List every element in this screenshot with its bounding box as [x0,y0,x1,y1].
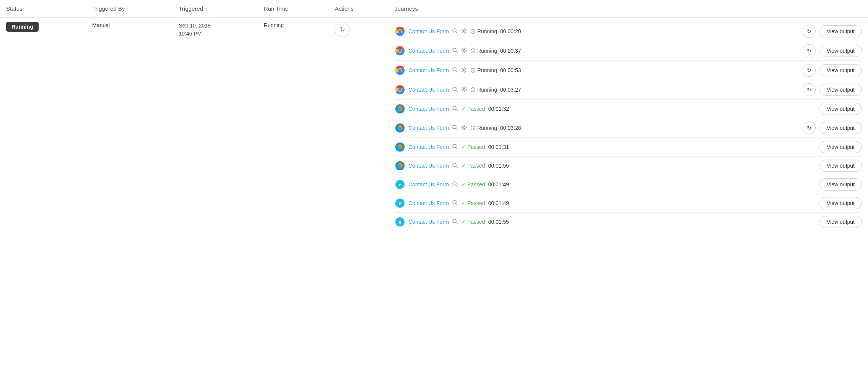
table-body: Running Manual Sep 10, 2018 10:46 PM Run… [0,18,868,235]
journey-row: e Contact Us Form✓ Passed00:01:49View ou… [395,175,862,194]
table-header: Status Triggered By Triggered ↑ Run Time… [0,0,868,18]
journey-name-link[interactable]: Contact Us Form [408,125,449,131]
col-header-journeys: Journeys [388,0,868,18]
journey-duration: 00:01:32 [488,106,515,112]
view-output-button[interactable]: View output [819,141,862,153]
svg-line-53 [456,185,457,186]
svg-text:e: e [399,182,401,188]
chrome-browser-icon [395,26,405,37]
journey-actions: ↻View output [803,121,862,134]
journey-actions: View output [819,160,862,172]
search-icon[interactable] [452,162,458,170]
journey-refresh-button[interactable]: ↻ [803,83,816,96]
journey-duration: 00:01:55 [488,163,515,169]
search-icon[interactable] [452,181,458,188]
gear-icon[interactable] [461,28,467,35]
journey-duration: 00:01:49 [488,200,515,206]
svg-point-19 [398,69,401,72]
search-icon[interactable] [452,144,458,151]
journey-status: ✓ Passed [461,219,485,225]
gear-icon[interactable] [461,86,467,94]
svg-line-45 [456,147,457,149]
journey-status: ✓ Passed [461,144,485,150]
journey-duration: 00:01:49 [488,181,515,188]
firefox-browser-icon [395,160,405,171]
journey-name-link[interactable]: Contact Us Form [408,163,449,169]
journey-actions: ↻View output [803,25,862,38]
journey-refresh-button[interactable]: ↻ [803,44,816,57]
chrome-browser-icon [395,65,405,76]
triggered-date-cell: Sep 10, 2018 10:46 PM [173,18,258,235]
view-output-button[interactable]: View output [819,197,862,209]
journey-name-link[interactable]: Contact Us Form [408,67,449,73]
journey-row: Contact Us Form✓ Passed00:01:31View outp… [395,138,862,157]
journey-duration: 00:00:20 [500,28,527,34]
journey-name-link[interactable]: Contact Us Form [408,200,449,206]
view-output-button[interactable]: View output [819,216,862,228]
col-header-triggered: Triggered ↑ [173,0,258,18]
search-icon[interactable] [452,67,458,74]
search-icon[interactable] [452,124,458,132]
journey-name-link[interactable]: Contact Us Form [408,48,449,54]
gear-icon[interactable] [461,67,467,74]
journey-name-link[interactable]: Contact Us Form [408,144,449,150]
view-output-button[interactable]: View output [819,122,862,134]
journey-name-link[interactable]: Contact Us Form [408,219,449,225]
view-output-button[interactable]: View output [819,84,862,96]
gear-icon[interactable] [461,47,467,55]
journey-row: Contact Us Form✓ Passed00:01:32View outp… [395,100,862,118]
view-output-button[interactable]: View output [819,45,862,57]
search-icon[interactable] [452,218,458,226]
search-icon[interactable] [452,86,458,94]
search-icon[interactable] [452,200,458,207]
journey-row: Contact Us Form✓ Passed00:01:55View outp… [395,157,862,175]
journey-status: ✓ Passed [461,106,485,112]
ie-browser-icon: e [395,179,405,190]
journey-duration: 00:00:37 [500,48,527,54]
svg-point-11 [398,49,401,52]
svg-point-14 [463,49,465,51]
view-output-button[interactable]: View output [819,178,862,191]
journey-refresh-button[interactable]: ↻ [803,121,816,134]
search-icon[interactable] [452,105,458,113]
view-output-button[interactable]: View output [819,103,862,115]
journey-actions: View output [819,197,862,209]
journey-status: ✓ Passed [461,200,485,206]
journey-refresh-button[interactable]: ↻ [803,64,816,77]
status-cell: Running [0,18,86,235]
gear-icon[interactable] [461,124,467,132]
journey-name-link[interactable]: Contact Us Form [408,87,449,93]
col-header-actions: Actions [328,0,388,18]
runs-table: Status Triggered By Triggered ↑ Run Time… [0,0,868,235]
journey-actions: View output [819,141,862,153]
journey-row: Contact Us Form Running00:00:20↻View out… [395,22,862,41]
view-output-button[interactable]: View output [819,160,862,172]
svg-line-5 [456,32,457,33]
journey-status: ✓ Passed [461,163,485,169]
journey-refresh-button[interactable]: ↻ [803,25,816,38]
journey-name-link[interactable]: Contact Us Form [408,181,449,188]
search-icon[interactable] [452,28,458,35]
view-output-button[interactable]: View output [819,25,862,37]
ie-browser-icon: e [395,198,405,209]
journey-duration: 00:03:28 [500,125,527,131]
table-row: Running Manual Sep 10, 2018 10:46 PM Run… [0,18,868,235]
view-output-button[interactable]: View output [819,64,862,76]
journey-name-link[interactable]: Contact Us Form [408,28,449,34]
search-icon[interactable] [452,47,458,55]
journey-name-link[interactable]: Contact Us Form [408,106,449,112]
triggered-date-value: Sep 10, 2018 10:46 PM [179,22,252,38]
run-time-cell: Running [258,18,329,235]
journey-duration: 00:03:27 [500,87,527,93]
firefox-browser-icon [395,123,405,133]
refresh-main-button[interactable]: ↻ [335,22,350,37]
svg-line-13 [456,51,457,53]
journey-actions: View output [819,103,862,115]
triggered-by-value: Manual [92,22,110,28]
svg-point-27 [398,88,401,91]
ie-browser-icon: e [395,217,405,227]
journey-actions: ↻View output [803,64,862,77]
svg-point-30 [463,88,465,90]
journey-row: e Contact Us Form✓ Passed00:01:55View ou… [395,213,862,231]
journey-row: Contact Us Form Running00:03:28↻View out… [395,118,862,138]
